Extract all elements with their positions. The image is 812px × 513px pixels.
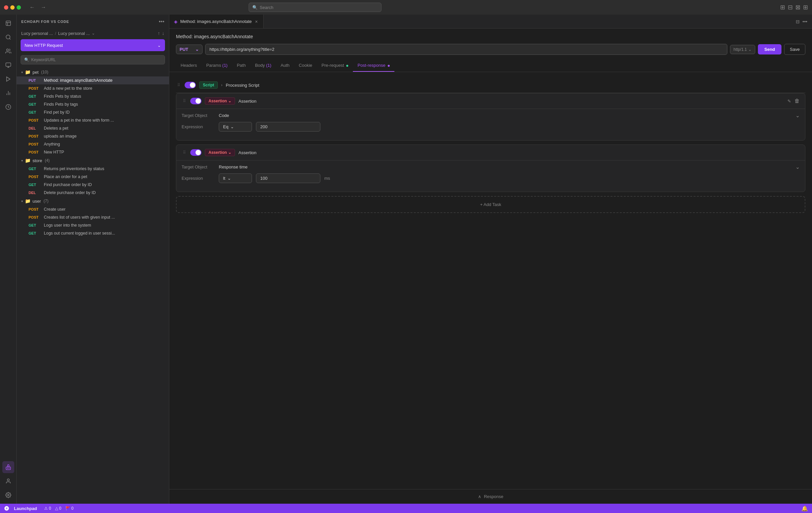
assertion-delete-icon-1[interactable]: 🗑 [794,98,800,104]
list-item[interactable]: POST Creates list of users with given in… [17,213,169,221]
back-button[interactable]: ← [28,4,37,11]
url-input[interactable] [205,44,727,55]
list-item[interactable]: GET Logs out current logged in user sess… [17,229,169,237]
list-item[interactable]: GET Finds Pets by status [17,92,169,100]
grid-icon[interactable]: ⊞ [803,4,808,11]
expression-dropdown-2[interactable]: lt ⌄ [219,173,252,183]
group-pet[interactable]: ▾ 📁 pet (10) [17,68,169,76]
response-bar[interactable]: ∧ Response [169,489,812,504]
panel-icon[interactable]: ⊟ [788,4,793,11]
activity-search[interactable] [2,31,14,43]
assertion-collapse-icon[interactable]: ⌄ [795,112,800,118]
bell-icon[interactable]: 🔔 [801,506,808,511]
list-item[interactable]: POST Create user [17,205,169,213]
list-item[interactable]: POST New HTTP [17,148,169,156]
activity-account[interactable] [2,475,14,487]
expression-input-2[interactable] [256,173,320,183]
activity-files[interactable] [2,17,14,29]
tab-headers[interactable]: Headers [176,59,202,72]
expression-input-1[interactable] [256,122,320,132]
item-label: Add a new pet to the store [44,86,92,91]
assertion-collapse-icon-2[interactable]: ⌄ [795,164,800,170]
save-button[interactable]: Save [784,44,805,55]
new-request-button[interactable]: New HTTP Request ⌄ [21,39,165,51]
send-button[interactable]: Send [758,44,782,54]
drag-handle[interactable]: ⠿ [182,99,187,103]
error-count: 0 [59,506,61,511]
expression-dropdown-1[interactable]: Eq ⌄ [219,122,252,132]
method-badge: POST [29,215,41,219]
split-icon[interactable]: ⊠ [795,4,801,11]
list-item[interactable]: GET Logs user into the system [17,221,169,229]
tab-active[interactable]: ◈ Method: images.asyncBatchAnnotate × [169,15,264,28]
list-item[interactable]: DEL Deletes a pet [17,124,169,132]
script-tag[interactable]: Script [199,81,218,89]
global-search[interactable]: 🔍 Search [249,3,381,12]
tab-path[interactable]: Path [232,59,250,72]
assertion-tag-2[interactable]: Assertion ⌄ [205,149,235,156]
method-select[interactable]: PUT ⌄ [176,45,203,54]
group-store[interactable]: ▾ 📁 store (4) [17,156,169,165]
tab-post-response[interactable]: Post-response [353,59,394,72]
list-item[interactable]: GET Finds Pets by tags [17,100,169,108]
list-item[interactable]: DEL Delete purchase order by ID [17,189,169,197]
item-label: Logs out current logged in user sessi... [44,231,115,236]
tab-close-button[interactable]: × [254,18,258,25]
list-item[interactable]: POST uploads an image [17,132,169,140]
group-user[interactable]: ▾ 📁 user (7) [17,197,169,205]
list-item[interactable]: GET Find purchase order by ID [17,181,169,189]
list-item[interactable]: GET Find pet by ID [17,108,169,116]
tab-pre-request[interactable]: Pre-request [317,59,353,72]
list-item[interactable]: GET Returns pet inventories by status [17,165,169,173]
tab-params[interactable]: Params (1) [202,59,232,72]
split-editor-icon[interactable]: ⊟ [796,19,800,24]
tab-cookie[interactable]: Cookie [294,59,317,72]
forward-button[interactable]: → [39,4,48,11]
breadcrumb-chevron-icon[interactable]: ⌄ [92,31,95,35]
list-item[interactable]: POST Anything [17,140,169,148]
method-badge: GET [29,231,41,235]
activity-chart[interactable] [2,87,14,99]
maximize-button[interactable] [17,5,21,10]
breadcrumb-icons: ↑ ↓ [158,31,164,36]
sidebar-more-icon[interactable]: ••• [159,19,164,25]
assertion-tag-1[interactable]: Assertion ⌄ [205,97,235,105]
list-item[interactable]: POST Add a new pet to the store [17,84,169,92]
target-object-value-2: Response time [219,164,791,169]
script-arrow-icon: › [221,83,223,87]
method-badge: PUT [29,78,41,82]
activity-users[interactable] [2,45,14,57]
layout-icon[interactable]: ⊞ [780,4,785,11]
activity-monitor[interactable] [2,59,14,71]
download-icon[interactable]: ↓ [162,31,164,36]
protocol-badge[interactable]: http/1.1 ⌄ [730,45,755,54]
main-content: ◈ Method: images.asyncBatchAnnotate × ⊟ … [169,15,812,504]
close-button[interactable] [4,5,8,10]
script-toggle[interactable] [184,82,196,88]
upload-icon[interactable]: ↑ [158,31,160,36]
drag-handle[interactable]: ⠿ [182,150,187,155]
activity-robot[interactable] [2,461,14,473]
activity-play[interactable] [2,73,14,85]
assertion-edit-icon-1[interactable]: ✎ [787,99,791,104]
assertion-toggle-1[interactable] [190,98,202,104]
list-item[interactable]: POST Updates a pet in the store with for… [17,116,169,124]
breadcrumb-item-2[interactable]: Lucy personal ... [58,31,90,36]
drag-handle[interactable]: ⠿ [176,83,181,87]
activity-clock[interactable] [2,101,14,113]
tab-auth[interactable]: Auth [276,59,294,72]
list-item[interactable]: POST Place an order for a pet [17,173,169,181]
assertion-chevron-icon-2[interactable]: ⌄ [228,150,231,155]
tab-more-icon[interactable]: ••• [802,19,807,24]
sidebar-search[interactable]: 🔍 Keyword/URL [21,55,165,64]
assertion-row-target-2: Target Object Response time ⌄ [182,164,800,170]
tab-bar: ◈ Method: images.asyncBatchAnnotate × ⊟ … [169,15,812,29]
breadcrumb-item-1[interactable]: Lucy personal ... [21,31,53,36]
list-item[interactable]: PUT Method: images.asyncBatchAnnotate [17,76,169,84]
add-task-button[interactable]: + Add Task [176,196,805,213]
assertion-chevron-icon[interactable]: ⌄ [228,99,231,103]
minimize-button[interactable] [10,5,14,10]
tab-body[interactable]: Body (1) [250,59,276,72]
assertion-toggle-2[interactable] [190,149,202,156]
activity-settings[interactable] [2,489,14,501]
